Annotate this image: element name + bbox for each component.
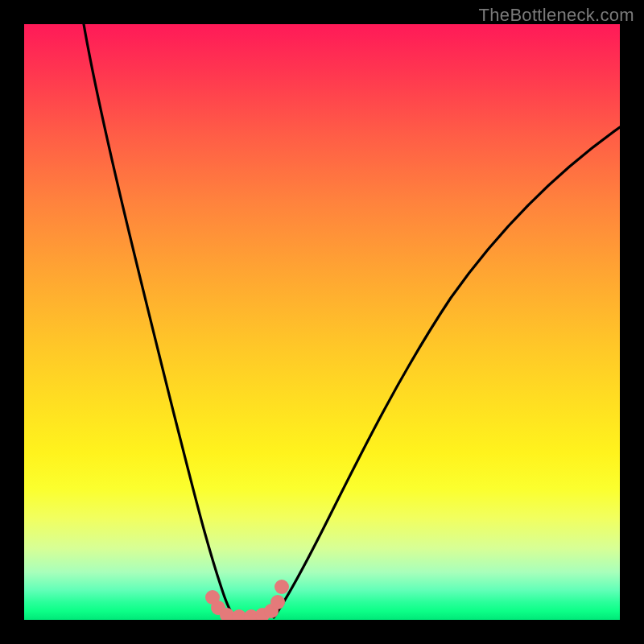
curve-overlay [24, 24, 620, 620]
chart-frame: TheBottleneck.com [0, 0, 644, 644]
svg-point-8 [275, 580, 289, 594]
watermark-text: TheBottleneck.com [479, 5, 634, 26]
plot-area [24, 24, 620, 620]
svg-point-7 [270, 595, 285, 609]
curve-left-branch [84, 24, 235, 617]
curve-right-branch [274, 127, 620, 617]
marker-dots [205, 580, 289, 620]
